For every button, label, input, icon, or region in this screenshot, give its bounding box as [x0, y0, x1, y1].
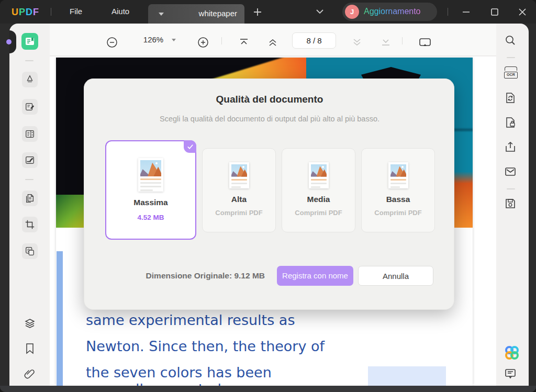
- quality-subtitle: Comprimi PDF: [203, 209, 275, 217]
- image-highlight-region: [368, 366, 446, 386]
- menu-help[interactable]: Aiuto: [111, 7, 129, 16]
- view-toolbar: 126% 8 / 8: [50, 24, 496, 56]
- upgrade-label: Aggiornamento: [364, 7, 421, 16]
- convert-icon[interactable]: [504, 91, 517, 105]
- sidebar-divider: [507, 57, 515, 58]
- avatar: J: [345, 5, 359, 19]
- dialog-title: Qualità del documento: [84, 94, 455, 105]
- cancel-button[interactable]: Annulla: [358, 266, 433, 286]
- quality-thumbnail: [309, 162, 329, 188]
- updf-logo: UPDF: [12, 7, 39, 18]
- quality-title: Bassa: [362, 195, 434, 204]
- protect-icon[interactable]: [504, 116, 517, 129]
- titlebar-divider: [51, 8, 51, 16]
- window-edge: [529, 24, 536, 392]
- original-size-label: Dimensione Originale: 9.12 MB: [129, 271, 265, 281]
- selected-check-icon: [184, 140, 196, 153]
- ocr-icon-lid: [505, 66, 517, 71]
- highlighter-icon[interactable]: [22, 72, 38, 87]
- sidebar-collapse-handle[interactable]: [6, 39, 12, 44]
- ai-assistant-icon[interactable]: [504, 344, 520, 361]
- watermark-icon[interactable]: [22, 243, 38, 259]
- zoom-out-icon[interactable]: [106, 36, 118, 49]
- ocr-icon[interactable]: OCR: [504, 66, 518, 79]
- logo-letter: P: [19, 7, 26, 17]
- text-highlight-bar: [57, 251, 63, 386]
- zoom-caret-icon[interactable]: [172, 39, 176, 41]
- tab-label: whitepaper: [199, 9, 237, 18]
- titlebar-divider: [448, 8, 448, 16]
- quality-option-alta[interactable]: Alta Comprimi PDF: [202, 148, 276, 232]
- document-quality-dialog: Qualità del documento Scegli la qualità …: [84, 79, 454, 310]
- logo-letter: F: [33, 7, 39, 17]
- save-as-button[interactable]: Registra con nome: [277, 266, 353, 286]
- comment-icon[interactable]: [22, 99, 38, 115]
- left-sidebar: [9, 24, 50, 386]
- quality-option-media[interactable]: Media Comprimi PDF: [282, 148, 355, 232]
- forms-icon[interactable]: [22, 126, 38, 142]
- tab-list-chevron-icon[interactable]: [314, 7, 326, 16]
- logo-letter: U: [12, 7, 19, 17]
- minimize-button[interactable]: [460, 6, 473, 18]
- feedback-icon[interactable]: [504, 367, 517, 380]
- toolbar-divider: [402, 37, 403, 44]
- zoom-level[interactable]: 126%: [139, 35, 168, 44]
- quality-subtitle: Comprimi PDF: [362, 209, 434, 217]
- maximize-button[interactable]: [488, 6, 501, 18]
- hero-green-graphic: [56, 195, 87, 228]
- reader-icon[interactable]: [21, 33, 38, 50]
- last-page-icon[interactable]: [380, 37, 392, 48]
- new-tab-button[interactable]: [251, 6, 264, 18]
- quality-option-bassa[interactable]: Bassa Comprimi PDF: [361, 148, 435, 232]
- sidebar-divider: [25, 179, 34, 180]
- dialog-subtitle: Scegli la qualità del documento di outpu…: [84, 115, 455, 123]
- mail-icon[interactable]: [504, 165, 517, 178]
- pdf-text-line: Newton. Since then, the theory of: [86, 338, 452, 354]
- document-tab[interactable]: whitepaper: [148, 4, 244, 24]
- window-bottom-edge: [0, 386, 536, 392]
- menu-file[interactable]: File: [70, 7, 82, 16]
- signature-icon[interactable]: [22, 152, 38, 168]
- first-page-icon[interactable]: [238, 37, 250, 48]
- toolbar-divider: [221, 37, 222, 44]
- quality-size: 4.52 MB: [106, 214, 195, 221]
- quality-title: Media: [282, 195, 355, 204]
- zoom-in-icon[interactable]: [197, 36, 209, 49]
- quality-title: Massima: [106, 198, 195, 207]
- attachment-icon[interactable]: [23, 368, 36, 380]
- quality-option-massima[interactable]: Massima 4.52 MB: [105, 140, 196, 240]
- ocr-icon-label: OCR: [504, 72, 518, 79]
- title-bar: UPDF File Aiuto whitepaper J Aggiornamen…: [0, 0, 536, 24]
- upgrade-account-button[interactable]: J Aggiornamento: [342, 3, 437, 21]
- search-icon[interactable]: [504, 33, 517, 47]
- quality-subtitle: Comprimi PDF: [282, 209, 355, 217]
- quality-title: Alta: [203, 195, 275, 204]
- close-button[interactable]: [516, 6, 529, 18]
- page-number-input[interactable]: 8 / 8: [292, 32, 336, 49]
- organize-pages-icon[interactable]: [22, 191, 38, 206]
- tab-menu-caret-icon[interactable]: [159, 13, 164, 16]
- right-sidebar: OCR: [496, 24, 529, 386]
- share-icon[interactable]: [504, 140, 517, 154]
- sidebar-divider: [25, 60, 34, 61]
- quality-thumbnail: [138, 158, 163, 192]
- logo-letter: D: [26, 7, 33, 17]
- next-page-icon[interactable]: [351, 37, 363, 48]
- bookmark-icon[interactable]: [24, 343, 36, 354]
- presentation-mode-icon[interactable]: [418, 36, 432, 49]
- previous-page-icon[interactable]: [267, 37, 278, 48]
- sidebar-divider: [507, 188, 515, 189]
- save-icon[interactable]: [504, 197, 517, 210]
- quality-thumbnail: [229, 162, 249, 188]
- app-window: UPDF File Aiuto whitepaper J Aggiornamen…: [0, 0, 536, 392]
- pdf-text-line: same experimental results as: [86, 312, 452, 328]
- crop-icon[interactable]: [22, 217, 38, 232]
- quality-thumbnail: [388, 162, 408, 188]
- layers-icon[interactable]: [23, 317, 37, 330]
